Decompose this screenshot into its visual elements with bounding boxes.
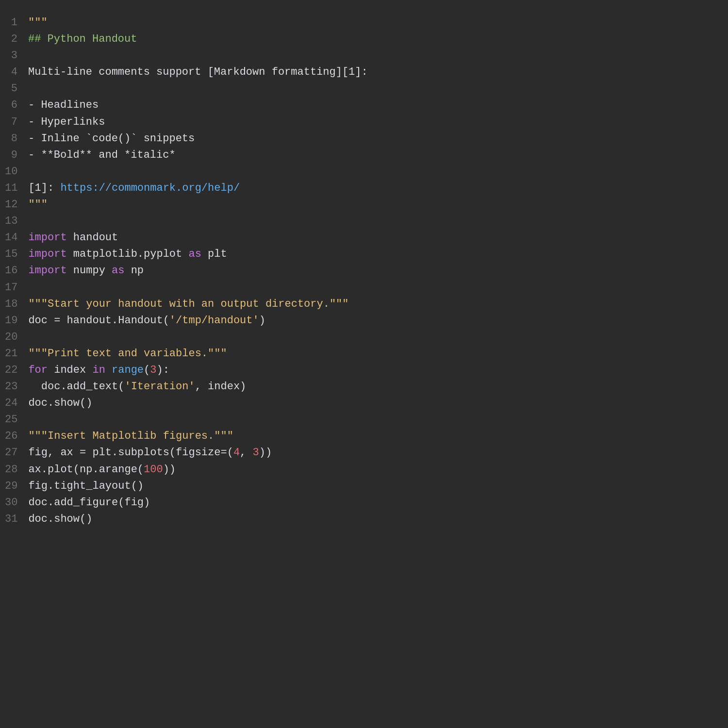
line-22: 22 for index in range(3): xyxy=(0,362,728,379)
line-13: 13 xyxy=(0,213,728,230)
line-content-1: """ xyxy=(28,15,723,31)
line-num-12: 12 xyxy=(5,197,28,213)
line-num-14: 14 xyxy=(5,230,28,246)
line-num-15: 15 xyxy=(5,246,28,263)
line-num-4: 4 xyxy=(5,64,28,81)
line-7: 7 - Hyperlinks xyxy=(0,114,728,131)
line-num-26: 26 xyxy=(5,428,28,445)
line-2: 2 ## Python Handout xyxy=(0,31,728,48)
line-25: 25 xyxy=(0,412,728,428)
line-content-14: import handout xyxy=(28,230,723,246)
line-content-24: doc.show() xyxy=(28,395,723,412)
line-num-24: 24 xyxy=(5,395,28,412)
line-num-23: 23 xyxy=(5,379,28,395)
line-content-2: ## Python Handout xyxy=(28,31,723,48)
line-23: 23 doc.add_text('Iteration', index) xyxy=(0,379,728,395)
line-num-9: 9 xyxy=(5,147,28,164)
line-1: 1 """ xyxy=(0,15,728,31)
line-6: 6 - Headlines xyxy=(0,97,728,114)
line-28: 28 ax.plot(np.arange(100)) xyxy=(0,462,728,478)
line-31: 31 doc.show() xyxy=(0,511,728,528)
line-num-11: 11 xyxy=(5,180,28,197)
line-content-26: """Insert Matplotlib figures.""" xyxy=(28,428,723,445)
line-12: 12 """ xyxy=(0,197,728,213)
line-content-12: """ xyxy=(28,197,723,213)
line-num-29: 29 xyxy=(5,478,28,495)
line-content-8: - Inline `code()` snippets xyxy=(28,131,723,147)
line-num-31: 31 xyxy=(5,511,28,528)
line-9: 9 - **Bold** and *italic* xyxy=(0,147,728,164)
line-num-7: 7 xyxy=(5,114,28,131)
line-num-13: 13 xyxy=(5,213,28,230)
line-20: 20 xyxy=(0,329,728,346)
line-11: 11 [1]: https://commonmark.org/help/ xyxy=(0,180,728,197)
line-num-6: 6 xyxy=(5,97,28,114)
line-content-4: Multi-line comments support [Markdown fo… xyxy=(28,64,723,81)
line-content-22: for index in range(3): xyxy=(28,362,723,379)
line-num-18: 18 xyxy=(5,296,28,313)
line-15: 15 import matplotlib.pyplot as plt xyxy=(0,246,728,263)
line-content-18: """Start your handout with an output dir… xyxy=(28,296,723,313)
line-num-28: 28 xyxy=(5,462,28,478)
line-content-7: - Hyperlinks xyxy=(28,114,723,131)
line-content-21: """Print text and variables.""" xyxy=(28,346,723,362)
line-30: 30 doc.add_figure(fig) xyxy=(0,495,728,511)
line-num-19: 19 xyxy=(5,313,28,329)
line-num-21: 21 xyxy=(5,346,28,362)
line-content-16: import numpy as np xyxy=(28,263,723,279)
line-26: 26 """Insert Matplotlib figures.""" xyxy=(0,428,728,445)
line-21: 21 """Print text and variables.""" xyxy=(0,346,728,362)
line-18: 18 """Start your handout with an output … xyxy=(0,296,728,313)
line-content-30: doc.add_figure(fig) xyxy=(28,495,723,511)
line-10: 10 xyxy=(0,164,728,180)
line-num-20: 20 xyxy=(5,329,28,346)
line-8: 8 - Inline `code()` snippets xyxy=(0,131,728,147)
code-editor: 1 """ 2 ## Python Handout 3 4 Multi-line… xyxy=(0,10,728,728)
line-3: 3 xyxy=(0,48,728,64)
line-24: 24 doc.show() xyxy=(0,395,728,412)
line-content-9: - **Bold** and *italic* xyxy=(28,147,723,164)
line-14: 14 import handout xyxy=(0,230,728,246)
line-content-19: doc = handout.Handout('/tmp/handout') xyxy=(28,313,723,329)
line-19: 19 doc = handout.Handout('/tmp/handout') xyxy=(0,313,728,329)
line-5: 5 xyxy=(0,81,728,97)
line-num-2: 2 xyxy=(5,31,28,48)
line-29: 29 fig.tight_layout() xyxy=(0,478,728,495)
line-num-3: 3 xyxy=(5,48,28,64)
line-16: 16 import numpy as np xyxy=(0,263,728,279)
line-num-1: 1 xyxy=(5,15,28,31)
line-content-31: doc.show() xyxy=(28,511,723,528)
line-num-25: 25 xyxy=(5,412,28,428)
line-num-8: 8 xyxy=(5,131,28,147)
line-27: 27 fig, ax = plt.subplots(figsize=(4, 3)… xyxy=(0,445,728,461)
line-content-15: import matplotlib.pyplot as plt xyxy=(28,246,723,263)
line-content-11: [1]: https://commonmark.org/help/ xyxy=(28,180,723,197)
line-num-5: 5 xyxy=(5,81,28,97)
line-num-10: 10 xyxy=(5,164,28,180)
line-num-27: 27 xyxy=(5,445,28,461)
line-content-28: ax.plot(np.arange(100)) xyxy=(28,462,723,478)
line-num-22: 22 xyxy=(5,362,28,379)
line-4: 4 Multi-line comments support [Markdown … xyxy=(0,64,728,81)
line-content-6: - Headlines xyxy=(28,97,723,114)
line-num-30: 30 xyxy=(5,495,28,511)
line-17: 17 xyxy=(0,280,728,296)
line-content-29: fig.tight_layout() xyxy=(28,478,723,495)
line-content-23: doc.add_text('Iteration', index) xyxy=(28,379,723,395)
line-content-27: fig, ax = plt.subplots(figsize=(4, 3)) xyxy=(28,445,723,461)
line-num-17: 17 xyxy=(5,280,28,296)
line-num-16: 16 xyxy=(5,263,28,279)
